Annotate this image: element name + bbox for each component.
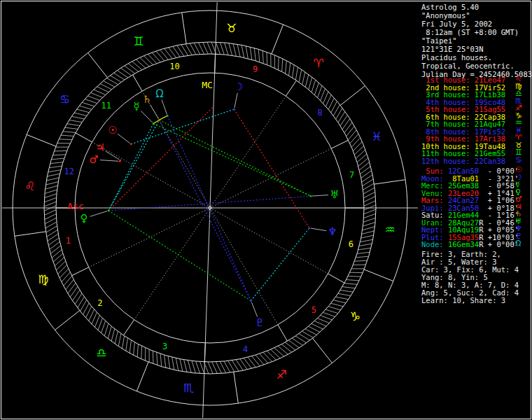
wheel-planet-mercury-icon: ☿ [133,100,139,113]
degree-tick [69,120,82,122]
degree-tick [333,300,346,303]
wheel-house-number-3: 3 [162,342,167,351]
degree-tick [180,359,183,372]
tally-text: Learn: 10, Share: 3 [421,296,505,304]
wheel-sign-cancer-icon: ♋ [59,92,70,106]
planet-leader-line [141,111,153,122]
degree-tick [117,71,127,78]
degree-tick [102,321,106,332]
degree-tick [47,174,59,176]
wheel-house-number-1: 1 [66,236,71,246]
aspect-line-saturn-node [160,115,168,120]
degree-tick [363,227,375,230]
degree-tick [267,351,276,360]
degree-tick [168,356,170,369]
degree-tick [94,315,99,327]
wheel-house-number-11: 11 [101,101,111,111]
degree-tick [188,360,191,373]
aspect-line-pluto-neptune [251,228,310,301]
degree-tick [66,279,74,289]
degree-tick [346,280,359,281]
degree-tick [229,43,232,56]
degree-tick [225,43,228,55]
degree-tick [130,340,131,353]
degree-tick [258,49,260,62]
degree-tick [354,260,367,261]
wheel-planet-uranus-icon: ♅ [330,188,339,201]
degree-tick [241,45,244,57]
degree-tick [358,248,371,250]
degree-tick [364,214,376,218]
degree-tick [364,209,376,214]
degree-tick [248,357,255,368]
degree-tick [262,50,263,63]
planet-point-mercury [153,122,155,125]
degree-tick [359,162,370,170]
degree-tick [104,323,108,336]
planet-point-neptune [309,227,311,230]
planet-point-moon [233,108,235,111]
wheel-sign-aries-icon: ♈ [313,56,323,70]
wheel-planet-sun-icon: ☉ [108,124,117,136]
degree-tick [160,50,169,59]
degree-tick [318,85,322,97]
degree-tick [323,92,328,104]
degree-tick [326,309,338,314]
degree-tick [340,115,347,125]
wheel-house-number-7: 7 [349,170,354,180]
degree-tick [94,90,106,94]
degree-tick [88,96,99,100]
degree-tick [200,362,204,374]
wheel-sign-gemini-icon: ♊ [133,34,144,48]
wheel-planet-mars-icon: ♂ [89,153,98,166]
degree-tick [153,351,153,363]
degree-tick [212,362,218,374]
degree-tick [98,318,102,330]
house-cusp-spoke [210,96,286,208]
degree-tick [46,178,59,181]
wheel-house-number-4: 4 [243,344,248,354]
degree-tick [360,239,373,242]
degree-tick [203,42,209,54]
house-cusp-text: 12th house: 22Can38 [421,157,505,165]
header-line-7: Tropical, Geocentric. [421,62,532,70]
degree-tick [122,336,124,349]
wheel-sign-libra-icon: ♎ [96,346,106,360]
degree-tick [278,57,279,69]
degree-tick [46,182,58,185]
degree-tick [89,309,94,321]
wheel-sign-capricorn-icon: ♑ [350,309,360,323]
wheel-house-number-12: 12 [64,167,74,176]
degree-tick [312,323,323,329]
degree-tick [252,356,260,366]
house-row-12: 12th house: 22Can38♋ [421,158,532,165]
sign-cusp-line [182,13,186,44]
house-cusp-list: 1st house: 21Leo47♌ 2nd house: 17Vir52♍ … [421,76,532,164]
house-cusp-line [76,133,92,142]
degree-tick [97,87,108,92]
degree-tick [111,329,115,342]
degree-tick [271,349,280,358]
planet-position: 16Gem34 [444,240,479,248]
wheel-planet-jupiter-icon: ♃ [95,141,104,154]
planet-point-node [167,115,169,117]
degree-tick [115,331,118,344]
degree-tick [317,318,329,323]
sign-cusp-line [88,52,108,77]
degree-tick [314,321,326,326]
sign-cusp-line [272,24,284,54]
degree-tick [164,48,172,59]
degree-tick [353,265,365,265]
planet-point-sun [130,144,132,146]
wheel-house-number-9: 9 [253,64,258,74]
degree-tick [362,231,374,234]
degree-tick [46,186,58,189]
degree-tick [278,346,288,354]
degree-tick [67,124,80,126]
degree-tick [364,201,376,206]
planet-leader-line [162,99,167,114]
degree-tick [260,354,268,363]
degree-tick [340,290,353,293]
degree-tick [357,154,367,162]
wheel-sign-leo-icon: ♌ [24,179,35,193]
